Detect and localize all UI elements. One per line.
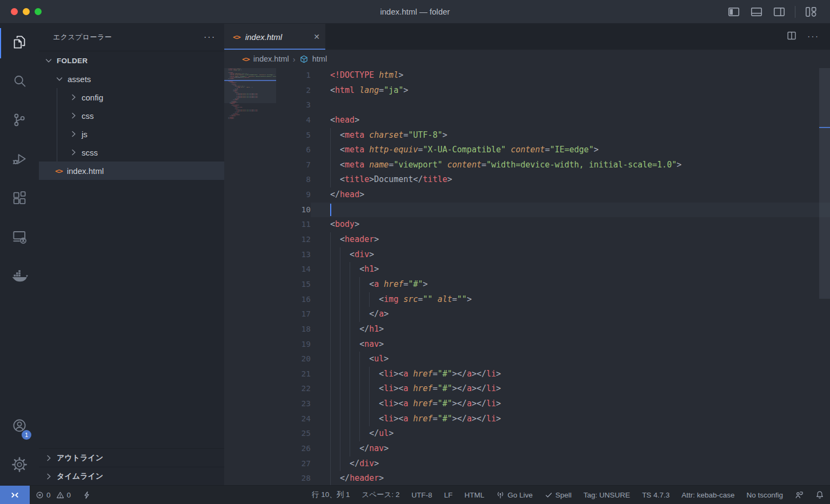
power-tools-indicator[interactable] xyxy=(77,486,97,504)
activitybar-source-control[interactable] xyxy=(0,102,39,140)
code-line[interactable]: 26 </nav> xyxy=(276,441,830,456)
toggle-panel-icon[interactable] xyxy=(749,5,764,19)
status-cursor-position[interactable]: 行 10、列 1 xyxy=(306,486,356,504)
minimize-window-button[interactable] xyxy=(23,8,30,15)
more-actions-icon[interactable]: ··· xyxy=(807,32,819,42)
tree-item-scss[interactable]: scss xyxy=(39,143,224,162)
line-number[interactable]: 17 xyxy=(276,307,311,322)
problems-indicator[interactable]: 0 0 xyxy=(30,486,77,504)
code-line[interactable]: 27 </div> xyxy=(276,456,830,472)
tree-item-css[interactable]: css xyxy=(39,106,224,125)
code-line[interactable]: 5 <meta charset="UTF-8"> xyxy=(276,128,830,143)
status-tsconfig-status[interactable]: No tsconfig xyxy=(740,486,789,504)
line-number[interactable]: 1 xyxy=(276,68,311,83)
line-number[interactable]: 16 xyxy=(276,292,311,307)
line-number[interactable]: 8 xyxy=(276,172,311,187)
code-line[interactable]: 9</head> xyxy=(276,187,830,203)
code-line[interactable]: 28 </header> xyxy=(276,471,830,485)
activitybar-explorer[interactable] xyxy=(0,24,39,63)
minimap-slider[interactable] xyxy=(224,68,276,103)
line-number[interactable]: 25 xyxy=(276,426,311,441)
line-number[interactable]: 7 xyxy=(276,158,311,173)
status-language-mode[interactable]: HTML xyxy=(459,486,491,504)
tree-item-config[interactable]: config xyxy=(39,88,224,106)
sidebar-panel-タイムライン[interactable]: タイムライン xyxy=(39,467,224,485)
code-line[interactable]: 25 </ul> xyxy=(276,426,830,441)
status-typescript-version[interactable]: TS 4.7.3 xyxy=(636,486,675,504)
activitybar-search[interactable] xyxy=(0,63,39,102)
code-line[interactable]: 12 <header> xyxy=(276,232,830,247)
code-line[interactable]: 10 xyxy=(276,203,830,218)
code-line[interactable]: 23 <li><a href="#"></a></li> xyxy=(276,397,830,412)
code-line[interactable]: 16 <img src="" alt=""> xyxy=(276,292,830,307)
code-line[interactable]: 11<body> xyxy=(276,217,830,232)
status-go-live[interactable]: Go Live xyxy=(490,486,539,504)
sidebar-panel-アウトライン[interactable]: アウトライン xyxy=(39,448,224,467)
line-number[interactable]: 23 xyxy=(276,397,311,412)
code-line[interactable]: 19 <nav> xyxy=(276,337,830,352)
customize-layout-icon[interactable] xyxy=(804,5,818,19)
activitybar-remote-explorer[interactable] xyxy=(0,218,39,257)
activitybar-docker[interactable] xyxy=(0,257,39,296)
tree-item-folder[interactable]: FOLDER xyxy=(39,51,224,70)
code-line[interactable]: 20 <ul> xyxy=(276,352,830,367)
code-line[interactable]: 7 <meta name="viewport" content="width=d… xyxy=(276,158,830,173)
line-number[interactable]: 14 xyxy=(276,262,311,277)
toggle-secondary-sidebar-icon[interactable] xyxy=(772,5,786,19)
status-tag-status[interactable]: Tag: UNSURE xyxy=(578,486,636,504)
code-line[interactable]: 13 <div> xyxy=(276,247,830,263)
code-area[interactable]: 1<!DOCTYPE html>2<html lang="ja">34<head… xyxy=(276,68,830,485)
line-number[interactable]: 12 xyxy=(276,232,311,247)
tree-item-index-html[interactable]: <>index.html xyxy=(39,162,224,180)
minimap[interactable]: <!DOCTYPE html><html lang="ja"><head> <m… xyxy=(224,68,276,485)
status-feedback[interactable] xyxy=(789,486,809,504)
status-attr-case[interactable]: Attr: kebab-case xyxy=(675,486,740,504)
activitybar-run-debug[interactable] xyxy=(0,140,39,179)
tree-item-js[interactable]: js xyxy=(39,125,224,143)
remote-indicator[interactable] xyxy=(0,486,30,504)
line-number[interactable]: 22 xyxy=(276,381,311,397)
activitybar-settings[interactable] xyxy=(0,446,39,485)
code-line[interactable]: 17 </a> xyxy=(276,307,830,322)
line-number[interactable]: 26 xyxy=(276,441,311,456)
breadcrumb-symbol-html[interactable]: html xyxy=(299,55,327,64)
tree-item-assets[interactable]: assets xyxy=(39,70,224,88)
line-number[interactable]: 10 xyxy=(276,203,311,218)
code-line[interactable]: 15 <a href="#"> xyxy=(276,277,830,292)
zoom-window-button[interactable] xyxy=(35,8,42,15)
code-line[interactable]: 18 </h1> xyxy=(276,322,830,337)
line-number[interactable]: 5 xyxy=(276,128,311,143)
toggle-primary-sidebar-icon[interactable] xyxy=(727,5,741,19)
line-number[interactable]: 18 xyxy=(276,322,311,337)
line-number[interactable]: 21 xyxy=(276,367,311,382)
code-line[interactable]: 4<head> xyxy=(276,113,830,128)
status-eol[interactable]: LF xyxy=(438,486,459,504)
status-encoding[interactable]: UTF-8 xyxy=(406,486,438,504)
tab-index-html[interactable]: <> index.html ✕ xyxy=(224,24,325,50)
split-editor-icon[interactable] xyxy=(786,30,798,44)
close-window-button[interactable] xyxy=(11,8,18,15)
code-line[interactable]: 8 <title>Document</title> xyxy=(276,172,830,187)
status-spell-checker[interactable]: Spell xyxy=(539,486,578,504)
line-number[interactable]: 13 xyxy=(276,247,311,263)
line-number[interactable]: 27 xyxy=(276,456,311,472)
code-line[interactable]: 3 xyxy=(276,98,830,113)
scrollbar-thumb[interactable] xyxy=(819,68,830,299)
tab-close-icon[interactable]: ✕ xyxy=(313,32,320,41)
line-number[interactable]: 4 xyxy=(276,113,311,128)
line-number[interactable]: 3 xyxy=(276,98,311,113)
code-line[interactable]: 2<html lang="ja"> xyxy=(276,83,830,98)
line-number[interactable]: 9 xyxy=(276,187,311,203)
line-number[interactable]: 28 xyxy=(276,471,311,485)
code-line[interactable]: 24 <li><a href="#"></a></li> xyxy=(276,412,830,427)
code-line[interactable]: 21 <li><a href="#"></a></li> xyxy=(276,367,830,382)
code-line[interactable]: 6 <meta http-equiv="X-UA-Compatible" con… xyxy=(276,143,830,158)
status-indentation[interactable]: スペース: 2 xyxy=(356,486,406,504)
code-line[interactable]: 1<!DOCTYPE html> xyxy=(276,68,830,83)
line-number[interactable]: 24 xyxy=(276,412,311,427)
line-number[interactable]: 19 xyxy=(276,337,311,352)
activitybar-accounts[interactable]: 1 xyxy=(0,407,39,446)
line-number[interactable]: 11 xyxy=(276,217,311,232)
line-number[interactable]: 15 xyxy=(276,277,311,292)
activitybar-extensions[interactable] xyxy=(0,179,39,218)
